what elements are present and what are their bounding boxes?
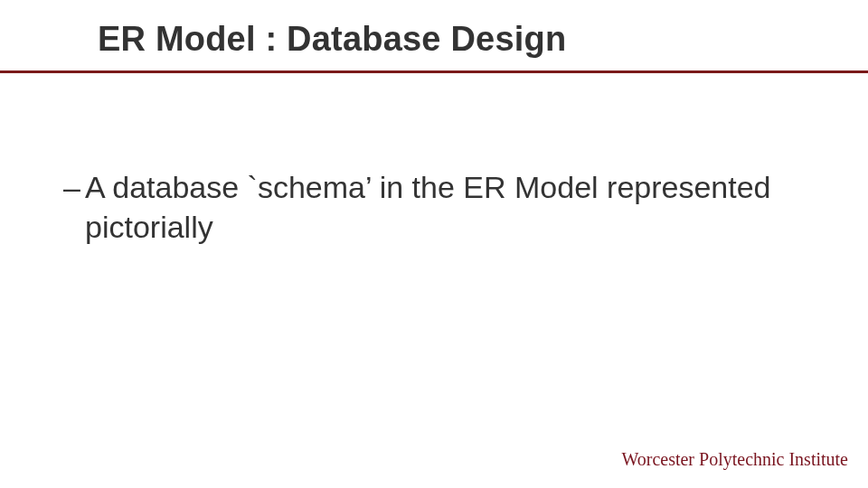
bullet-text: A database `schema’ in the ER Model repr… xyxy=(85,168,787,247)
horizontal-rule xyxy=(0,70,868,73)
slide-body: – A database `schema’ in the ER Model re… xyxy=(63,168,787,247)
bullet-dash-icon: – xyxy=(63,168,80,207)
bullet-item: – A database `schema’ in the ER Model re… xyxy=(63,168,787,247)
title-block: ER Model : Database Design xyxy=(0,20,868,59)
slide-title: ER Model : Database Design xyxy=(0,20,868,59)
slide: ER Model : Database Design – A database … xyxy=(0,0,868,488)
footer-institution: Worcester Polytechnic Institute xyxy=(621,449,848,470)
